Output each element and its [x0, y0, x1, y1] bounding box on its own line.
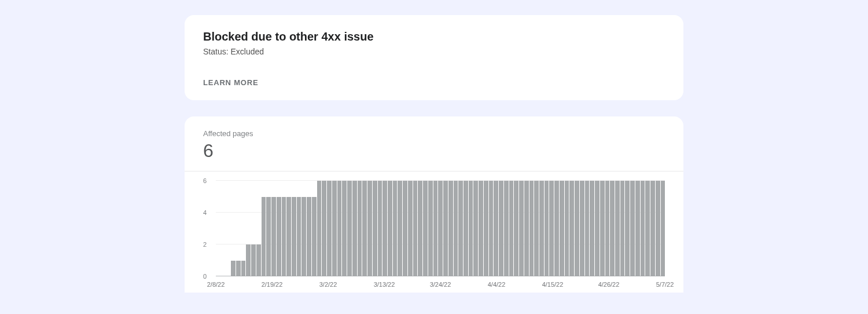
chart-bar [554, 181, 559, 276]
chart-bar [352, 181, 357, 276]
chart-bar [454, 181, 458, 276]
chart-area: 0246 2/8/222/19/223/2/223/13/223/24/224/… [185, 171, 683, 293]
chart-bar [251, 244, 256, 276]
chart-bar [650, 181, 655, 276]
chart-bar [241, 261, 246, 277]
chart-bar [545, 181, 549, 276]
chart-bar [231, 261, 236, 277]
chart-bar [595, 181, 599, 276]
x-tick-label: 4/15/22 [542, 281, 564, 288]
chart-bar [443, 181, 448, 276]
chart-bar [549, 181, 554, 276]
chart-bar [322, 181, 326, 276]
x-tick-label: 3/24/22 [430, 281, 451, 288]
y-tick-label: 6 [203, 178, 207, 184]
y-tick-label: 0 [203, 273, 207, 280]
chart-bar [494, 181, 498, 276]
chart-bar [479, 181, 483, 276]
chart-bar [358, 181, 362, 276]
chart-bar [271, 197, 276, 277]
chart-bar [297, 197, 301, 277]
chart-bar [630, 181, 635, 276]
chart-plot: 0246 [209, 181, 665, 276]
chart-bar [236, 261, 241, 277]
chart-bar [262, 197, 266, 277]
chart-bar [438, 181, 443, 276]
chart-bar [534, 181, 539, 276]
chart-bar [347, 181, 352, 276]
chart-card: Affected pages 6 0246 2/8/222/19/223/2/2… [185, 116, 683, 293]
chart-bar [489, 181, 494, 276]
chart-bar [382, 181, 387, 276]
chart-bar [403, 181, 407, 276]
chart-bar [514, 181, 518, 276]
learn-more-link[interactable]: LEARN MORE [203, 78, 258, 87]
issue-title: Blocked due to other 4xx issue [203, 30, 665, 43]
chart-bar [428, 181, 433, 276]
chart-bar [469, 181, 473, 276]
x-axis: 2/8/222/19/223/2/223/13/223/24/224/4/224… [216, 276, 665, 293]
chart-bar [282, 197, 286, 277]
y-tick-label: 4 [203, 210, 207, 216]
chart-bar [464, 181, 468, 276]
chart-bar [373, 181, 377, 276]
chart-bar [560, 181, 564, 276]
chart-bar [615, 181, 620, 276]
x-tick-label: 4/4/22 [488, 281, 506, 288]
chart-bar [565, 181, 569, 276]
chart-bar [519, 181, 524, 276]
chart-bar [484, 181, 488, 276]
chart-bar [458, 181, 463, 276]
chart-bar [367, 181, 372, 276]
chart-bar [378, 181, 382, 276]
chart-bar [292, 197, 296, 277]
chart-bar [362, 181, 367, 276]
x-tick-label: 2/8/22 [207, 281, 225, 288]
chart-bar [635, 181, 640, 276]
x-tick-label: 3/13/22 [374, 281, 395, 288]
x-tick-label: 3/2/22 [319, 281, 337, 288]
chart-bar [625, 181, 630, 276]
issue-status: Status: Excluded [203, 47, 665, 56]
page-container: Blocked due to other 4xx issue Status: E… [185, 15, 683, 293]
metric-value: 6 [203, 140, 665, 162]
x-tick-label: 2/19/22 [262, 281, 283, 288]
chart-bar [317, 181, 322, 276]
y-axis: 0246 [203, 181, 209, 276]
chart-bar [423, 181, 428, 276]
chart-bar [580, 181, 584, 276]
chart-bar [433, 181, 438, 276]
chart-bar [569, 181, 574, 276]
chart-bar [575, 181, 579, 276]
chart-bar [585, 181, 590, 276]
chart-bar [620, 181, 625, 276]
chart-bar [332, 181, 337, 276]
chart-bar [645, 181, 650, 276]
chart-bar [448, 181, 453, 276]
chart-bar [504, 181, 509, 276]
chart-bar [413, 181, 418, 276]
chart-bar [641, 181, 645, 276]
chart-bar [307, 197, 311, 277]
chart-bar [524, 181, 529, 276]
chart-bar [301, 197, 306, 277]
y-tick-label: 2 [203, 242, 207, 248]
chart-bar [539, 181, 544, 276]
chart-bar [605, 181, 610, 276]
x-tick-label: 5/7/22 [656, 281, 674, 288]
chart-bar [610, 181, 615, 276]
chart-bar [418, 181, 422, 276]
chart-bar [529, 181, 534, 276]
chart-bar [590, 181, 594, 276]
issue-header-card: Blocked due to other 4xx issue Status: E… [185, 15, 683, 100]
chart-bar [499, 181, 503, 276]
bars-container [216, 181, 665, 276]
chart-bar [473, 181, 478, 276]
metric-label: Affected pages [203, 129, 665, 138]
chart-bar [509, 181, 514, 276]
chart-bar [408, 181, 413, 276]
chart-bar [342, 181, 347, 276]
chart-bar [312, 197, 317, 277]
chart-bar [327, 181, 332, 276]
chart-bar [246, 244, 251, 276]
